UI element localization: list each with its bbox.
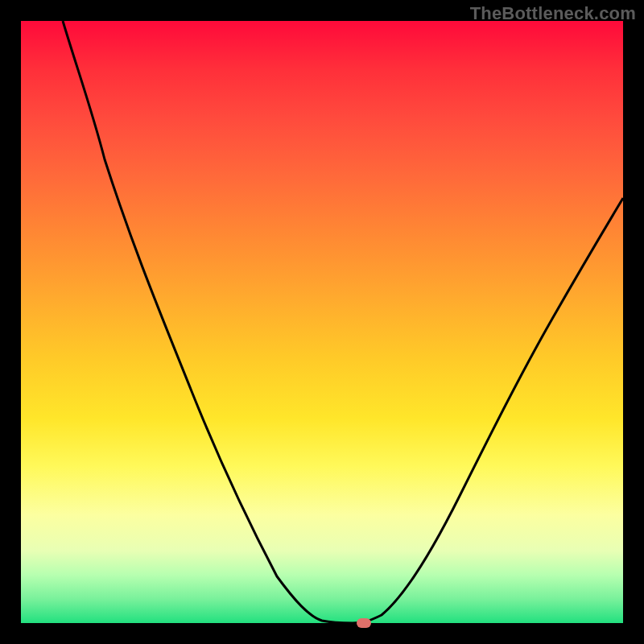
bottleneck-curve bbox=[21, 21, 623, 623]
curve-path bbox=[63, 21, 623, 623]
plot-area bbox=[21, 21, 623, 623]
optimal-point-marker bbox=[357, 618, 371, 628]
chart-frame: TheBottleneck.com bbox=[0, 0, 644, 644]
